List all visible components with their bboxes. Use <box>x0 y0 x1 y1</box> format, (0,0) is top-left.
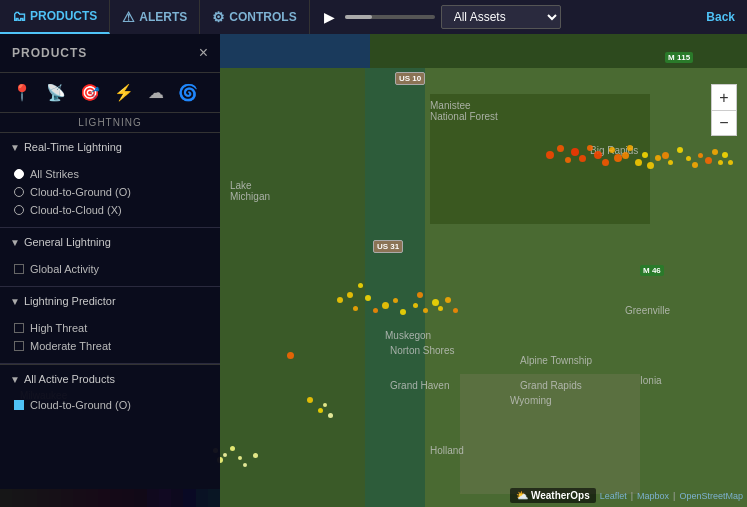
highway-marker: US 31 <box>373 240 403 253</box>
checkbox-high-threat[interactable] <box>14 323 24 333</box>
timeline-bar[interactable] <box>345 15 435 19</box>
asset-select[interactable]: All Assets Asset Group 1 Asset Group 2 <box>441 5 561 29</box>
general-lightning-content: Global Activity <box>0 256 220 286</box>
urban-area <box>460 374 640 494</box>
nav-controls[interactable]: ⚙ CONTROLS <box>200 0 309 34</box>
option-moderate-threat[interactable]: Moderate Threat <box>14 337 210 355</box>
lightning-predictor-section: ▼ Lightning Predictor High Threat Modera… <box>0 287 220 364</box>
realtime-label: Real-Time Lightning <box>24 141 122 153</box>
predictor-label: Lightning Predictor <box>24 295 116 307</box>
active-products-items: Cloud-to-Ground (O) <box>0 393 220 419</box>
option-cloud-to-ground[interactable]: Cloud-to-Ground (O) <box>14 183 210 201</box>
option-high-threat[interactable]: High Threat <box>14 319 210 337</box>
label-all-strikes: All Strikes <box>30 168 79 180</box>
radio-cloud-to-ground[interactable] <box>14 187 24 197</box>
product-icon-target[interactable]: 🎯 <box>80 83 100 102</box>
nav-products-label: PRODUCTS <box>30 9 97 23</box>
label-ctg-active: Cloud-to-Ground (O) <box>30 399 131 411</box>
checkbox-global-activity[interactable] <box>14 264 24 274</box>
active-products-section: ▼ All Active Products Cloud-to-Ground (O… <box>0 364 220 419</box>
products-title: PRODUCTS <box>12 46 87 60</box>
general-label: General Lightning <box>24 236 111 248</box>
checkbox-moderate-threat[interactable] <box>14 341 24 351</box>
lightning-section-label: LIGHTNING <box>0 113 220 133</box>
label-high-threat: High Threat <box>30 322 87 334</box>
active-products-label: All Active Products <box>24 373 115 385</box>
general-chevron: ▼ <box>10 237 20 248</box>
products-close-button[interactable]: × <box>199 44 208 62</box>
realtime-lightning-header[interactable]: ▼ Real-Time Lightning <box>0 133 220 161</box>
active-products-header[interactable]: ▼ All Active Products <box>0 364 220 393</box>
product-icon-lightning[interactable]: ⚡ <box>114 83 134 102</box>
nav-products[interactable]: 🗂 PRODUCTS <box>0 0 110 34</box>
coast <box>365 68 425 507</box>
mapbox-link[interactable]: Mapbox <box>637 491 669 501</box>
label-global-activity: Global Activity <box>30 263 99 275</box>
forest-area <box>430 94 650 224</box>
active-chevron: ▼ <box>10 374 20 385</box>
leaflet-link[interactable]: Leaflet <box>600 491 627 501</box>
radio-cloud-to-cloud[interactable] <box>14 205 24 215</box>
product-icon-cloud[interactable]: ☁ <box>148 83 164 102</box>
predictor-content: High Threat Moderate Threat <box>0 315 220 363</box>
predictor-chevron: ▼ <box>10 296 20 307</box>
highway-marker: US 10 <box>395 72 425 85</box>
products-panel: PRODUCTS × 📍 📡 🎯 ⚡ ☁ 🌀 LIGHTNING ▼ Real-… <box>0 34 220 507</box>
back-button[interactable]: Back <box>694 10 747 24</box>
option-cloud-to-cloud[interactable]: Cloud-to-Cloud (X) <box>14 201 210 219</box>
products-header: PRODUCTS × <box>0 34 220 73</box>
realtime-lightning-section: ▼ Real-Time Lightning All Strikes Cloud-… <box>0 133 220 228</box>
checkbox-ctg-active[interactable] <box>14 400 24 410</box>
zoom-out-button[interactable]: − <box>711 110 737 136</box>
radio-all-strikes[interactable] <box>14 169 24 179</box>
nav-controls-label: CONTROLS <box>229 10 296 24</box>
product-icon-storm[interactable]: 🌀 <box>178 83 198 102</box>
highway-marker: M 115 <box>665 52 693 63</box>
general-lightning-header[interactable]: ▼ General Lightning <box>0 228 220 256</box>
osm-link[interactable]: OpenStreetMap <box>679 491 743 501</box>
predictor-header[interactable]: ▼ Lightning Predictor <box>0 287 220 315</box>
general-lightning-section: ▼ General Lightning Global Activity <box>0 228 220 287</box>
label-cloud-to-ground: Cloud-to-Ground (O) <box>30 186 131 198</box>
nav-alerts[interactable]: ⚠ ALERTS <box>110 0 200 34</box>
zoom-controls: + − <box>711 84 737 136</box>
option-all-strikes[interactable]: All Strikes <box>14 165 210 183</box>
highway-marker: M 46 <box>640 265 664 276</box>
realtime-chevron: ▼ <box>10 142 20 153</box>
option-global-activity[interactable]: Global Activity <box>14 260 210 278</box>
zoom-in-button[interactable]: + <box>711 84 737 110</box>
products-icon: 🗂 <box>12 8 26 24</box>
nav-alerts-label: ALERTS <box>139 10 187 24</box>
active-item-ctg[interactable]: Cloud-to-Ground (O) <box>14 397 210 413</box>
alerts-icon: ⚠ <box>122 9 135 25</box>
product-icons-row: 📍 📡 🎯 ⚡ ☁ 🌀 <box>0 73 220 113</box>
attribution: ⛅ WeatherOps Leaflet | Mapbox | OpenStre… <box>510 488 743 503</box>
controls-icon: ⚙ <box>212 9 225 25</box>
top-nav: 🗂 PRODUCTS ⚠ ALERTS ⚙ CONTROLS ▶ All Ass… <box>0 0 747 34</box>
play-area: ▶ All Assets Asset Group 1 Asset Group 2 <box>310 5 695 29</box>
realtime-lightning-content: All Strikes Cloud-to-Ground (O) Cloud-to… <box>0 161 220 227</box>
label-cloud-to-cloud: Cloud-to-Cloud (X) <box>30 204 122 216</box>
product-icon-location[interactable]: 📍 <box>12 83 32 102</box>
timeline-progress <box>345 15 372 19</box>
play-button[interactable]: ▶ <box>320 7 339 27</box>
weatherops-logo: ⛅ WeatherOps <box>510 488 596 503</box>
product-icon-layers[interactable]: 📡 <box>46 83 66 102</box>
label-moderate-threat: Moderate Threat <box>30 340 111 352</box>
